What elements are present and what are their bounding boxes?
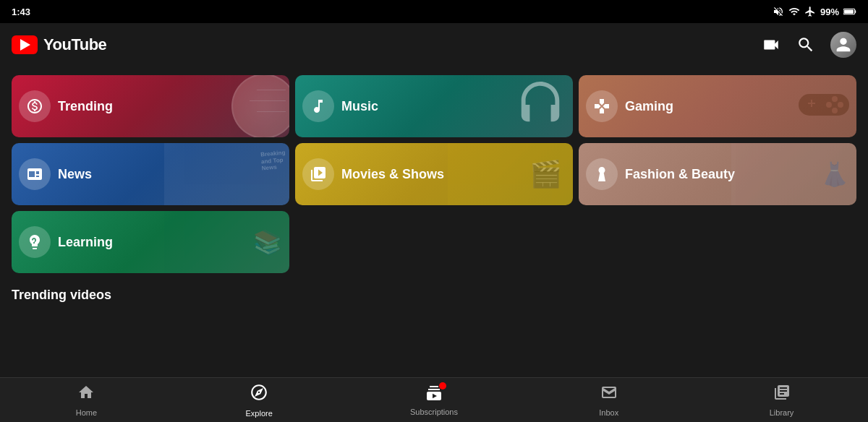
- learning-icon-bg: [19, 226, 51, 258]
- svg-point-6: [826, 102, 832, 108]
- category-card-fashion[interactable]: Fashion & Beauty 👗: [579, 143, 856, 205]
- category-card-learning[interactable]: Learning 📚: [12, 211, 289, 273]
- subscriptions-badge: [439, 382, 446, 389]
- svg-rect-1: [844, 9, 854, 13]
- time-display: 1:43: [12, 7, 30, 17]
- trending-icon-bg: [19, 90, 51, 122]
- airplane-icon: [804, 6, 816, 17]
- library-label: Library: [770, 408, 794, 417]
- status-icons: 99%: [773, 6, 856, 17]
- app-header: YouTube: [0, 23, 868, 66]
- inbox-label: Inbox: [599, 408, 618, 417]
- trending-icon-area: [12, 75, 58, 137]
- nav-inbox[interactable]: Inbox: [587, 384, 631, 417]
- nav-subscriptions[interactable]: Subscriptions: [410, 384, 458, 416]
- explore-icon: [250, 383, 268, 406]
- wifi-icon: [788, 6, 800, 17]
- category-card-movies[interactable]: Movies & Shows 🎬: [295, 143, 573, 205]
- svg-point-5: [838, 102, 843, 108]
- explore-label: Explore: [246, 409, 273, 418]
- news-icon-area: [12, 143, 58, 205]
- header-actions: [761, 32, 856, 58]
- logo-container[interactable]: YouTube: [12, 35, 106, 54]
- play-triangle: [20, 39, 30, 51]
- nav-explore[interactable]: Explore: [237, 383, 281, 418]
- camera-button[interactable]: [761, 35, 781, 55]
- battery-display: 99%: [820, 7, 839, 17]
- movies-icon-bg: [302, 158, 334, 190]
- fashion-icon-bg: [586, 158, 618, 190]
- movies-icon-area: [295, 143, 341, 205]
- bottom-navigation: Home Explore Subscriptions Inbox Library: [0, 377, 868, 422]
- home-label: Home: [76, 408, 97, 417]
- battery-icon: [843, 7, 856, 17]
- status-bar: 1:43 99%: [0, 0, 868, 23]
- home-icon: [77, 384, 95, 405]
- trending-section-title: Trending videos: [12, 288, 856, 303]
- gaming-icon-bg: [586, 90, 618, 122]
- empty-cell-2: [579, 211, 856, 273]
- trending-videos-section: Trending videos: [12, 288, 856, 303]
- music-icon-bg: [302, 90, 334, 122]
- subscriptions-label: Subscriptions: [410, 408, 458, 416]
- svg-point-7: [832, 108, 838, 113]
- category-card-news[interactable]: News Breakingand TopNews: [12, 143, 289, 205]
- music-icon-area: [295, 75, 341, 137]
- category-card-trending[interactable]: Trending: [12, 75, 289, 137]
- category-card-music[interactable]: Music: [295, 75, 573, 137]
- subscriptions-icon-wrapper: [425, 384, 443, 405]
- main-content: Trending Music: [0, 66, 868, 320]
- svg-point-4: [832, 96, 838, 102]
- logo-text: YouTube: [43, 35, 106, 54]
- svg-rect-2: [855, 10, 856, 13]
- svg-rect-9: [811, 100, 812, 107]
- inbox-icon: [600, 384, 618, 405]
- search-button[interactable]: [796, 35, 816, 55]
- library-icon: [773, 384, 791, 405]
- category-grid: Trending Music: [12, 75, 856, 273]
- learning-icon-area: [12, 211, 58, 273]
- nav-home[interactable]: Home: [64, 384, 108, 417]
- youtube-logo-icon: [12, 35, 38, 54]
- mute-icon: [773, 6, 784, 17]
- avatar[interactable]: [830, 32, 856, 58]
- gaming-icon-area: [579, 75, 625, 137]
- category-card-gaming[interactable]: Gaming: [579, 75, 856, 137]
- news-icon-bg: [19, 158, 51, 190]
- fashion-icon-area: [579, 143, 625, 205]
- nav-library[interactable]: Library: [760, 384, 804, 417]
- empty-cell-1: [295, 211, 573, 273]
